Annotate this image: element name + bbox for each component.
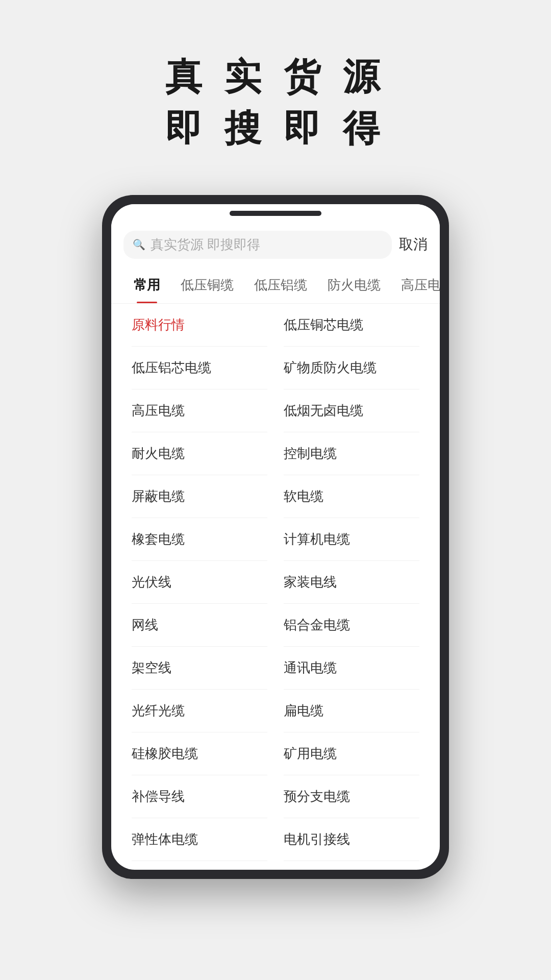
list-item-right-1[interactable]: 矿物质防火电缆 bbox=[276, 347, 428, 389]
tab-防火电缆[interactable]: 防火电缆 bbox=[317, 267, 391, 303]
list-item-left-5[interactable]: 橡套电缆 bbox=[123, 518, 276, 560]
phone-mockup: 🔍 真实货源 即搜即得 取消 常用 低压铜缆 低压铝缆 防火电缆 高压电 ☰ bbox=[102, 195, 449, 879]
list-item-left-1[interactable]: 低压铝芯电缆 bbox=[123, 347, 276, 389]
list-item-right-9[interactable]: 扁电缆 bbox=[276, 690, 428, 732]
list-item-left-6[interactable]: 光伏线 bbox=[123, 561, 276, 603]
tab-低压铜缆[interactable]: 低压铜缆 bbox=[170, 267, 244, 303]
list-item-right-3[interactable]: 控制电缆 bbox=[276, 432, 428, 475]
list-item-right-2[interactable]: 低烟无卤电缆 bbox=[276, 389, 428, 432]
list-item-right-13[interactable]: 拖链电缆 bbox=[276, 861, 428, 870]
list-item-left-3[interactable]: 耐火电缆 bbox=[123, 432, 276, 475]
list-item-right-8[interactable]: 通讯电缆 bbox=[276, 647, 428, 689]
list-item-left-2[interactable]: 高压电缆 bbox=[123, 389, 276, 432]
list-item-right-0[interactable]: 低压铜芯电缆 bbox=[276, 304, 428, 346]
notch-bar bbox=[230, 211, 321, 216]
search-placeholder: 真实货源 即搜即得 bbox=[151, 236, 260, 254]
phone-notch bbox=[111, 204, 440, 223]
list-item-left-13[interactable]: 本安电缆 bbox=[123, 861, 276, 870]
phone-screen: 🔍 真实货源 即搜即得 取消 常用 低压铜缆 低压铝缆 防火电缆 高压电 ☰ bbox=[111, 204, 440, 870]
tab-低压铝缆[interactable]: 低压铝缆 bbox=[244, 267, 317, 303]
list-item-left-8[interactable]: 架空线 bbox=[123, 647, 276, 689]
tabs-container: 常用 低压铜缆 低压铝缆 防火电缆 高压电 ☰ bbox=[111, 267, 440, 304]
cancel-button[interactable]: 取消 bbox=[399, 235, 428, 254]
list-item-left-10[interactable]: 硅橡胶电缆 bbox=[123, 732, 276, 775]
search-icon: 🔍 bbox=[133, 238, 145, 251]
search-input-wrapper[interactable]: 🔍 真实货源 即搜即得 bbox=[123, 231, 392, 259]
list-item-right-5[interactable]: 计算机电缆 bbox=[276, 518, 428, 560]
list-item-left-11[interactable]: 补偿导线 bbox=[123, 775, 276, 818]
list-item-left-0[interactable]: 原料行情 bbox=[123, 304, 276, 346]
list-item-left-4[interactable]: 屏蔽电缆 bbox=[123, 475, 276, 518]
tab-高压电[interactable]: 高压电 bbox=[391, 267, 440, 303]
search-bar: 🔍 真实货源 即搜即得 取消 bbox=[111, 223, 440, 267]
content-list: 原料行情低压铜芯电缆低压铝芯电缆矿物质防火电缆高压电缆低烟无卤电缆耐火电缆控制电… bbox=[111, 304, 440, 870]
tab-常用[interactable]: 常用 bbox=[123, 267, 170, 303]
list-item-right-12[interactable]: 电机引接线 bbox=[276, 818, 428, 861]
list-grid: 原料行情低压铜芯电缆低压铝芯电缆矿物质防火电缆高压电缆低烟无卤电缆耐火电缆控制电… bbox=[123, 304, 428, 870]
list-item-left-12[interactable]: 弹性体电缆 bbox=[123, 818, 276, 861]
list-item-right-11[interactable]: 预分支电缆 bbox=[276, 775, 428, 818]
headline-line1: 真 实 货 源 bbox=[165, 51, 386, 103]
list-item-left-7[interactable]: 网线 bbox=[123, 604, 276, 646]
list-item-right-6[interactable]: 家装电线 bbox=[276, 561, 428, 603]
list-item-right-4[interactable]: 软电缆 bbox=[276, 475, 428, 518]
headline-line2: 即 搜 即 得 bbox=[165, 103, 386, 154]
list-item-left-9[interactable]: 光纤光缆 bbox=[123, 690, 276, 732]
list-item-right-7[interactable]: 铝合金电缆 bbox=[276, 604, 428, 646]
list-item-right-10[interactable]: 矿用电缆 bbox=[276, 732, 428, 775]
headline: 真 实 货 源 即 搜 即 得 bbox=[165, 51, 386, 154]
